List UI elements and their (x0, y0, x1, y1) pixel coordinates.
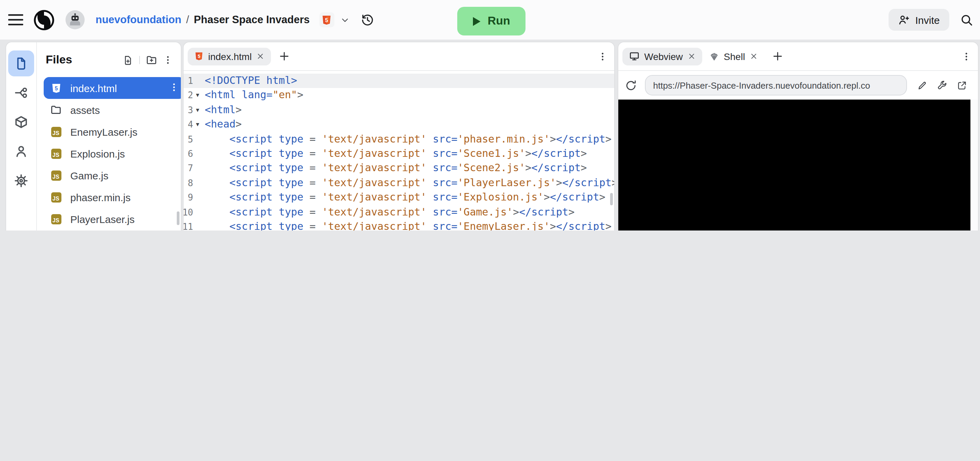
file-name: Explosion.js (70, 147, 125, 159)
folder-file-icon (51, 105, 61, 115)
js-file-icon: JS (51, 214, 61, 224)
breadcrumb-org-link[interactable]: nuevofoundation (95, 14, 181, 26)
code-line-content[interactable]: <script type = 'text/javascript' src='Pl… (205, 176, 614, 190)
run-button-label: Run (488, 14, 510, 28)
run-button[interactable]: Run (457, 7, 525, 35)
close-tab-icon[interactable] (687, 52, 695, 60)
files-header: Files (36, 42, 181, 74)
code-line-6[interactable]: 6 <script type = 'text/javascript' src='… (184, 147, 614, 161)
file-name: EnemyLaser.js (70, 126, 137, 138)
close-tab-icon[interactable] (256, 52, 264, 60)
editor-tabbar: 5index.html (184, 42, 614, 71)
code-line-content[interactable]: <script type = 'text/javascript' src='Sc… (205, 161, 587, 176)
line-number: 2 (184, 88, 193, 103)
code-line-4[interactable]: 4▼<head> (184, 117, 614, 132)
editor-pane: 5index.html 1<!DOCTYPE html>2▼<html lang… (184, 42, 614, 230)
code-line-7[interactable]: 7 <script type = 'text/javascript' src='… (184, 161, 614, 176)
rail-item-account[interactable] (8, 138, 34, 164)
close-tab-icon[interactable] (750, 52, 757, 60)
editor-scrollbar-thumb[interactable] (610, 193, 613, 205)
js-file-icon: JS (51, 170, 61, 181)
replit-logo-icon[interactable] (33, 8, 55, 31)
url-input[interactable] (646, 80, 906, 90)
file-row-PlayerLaser.js[interactable]: JSPlayerLaser.js (44, 208, 181, 230)
fold-chevron-icon[interactable]: ▼ (193, 117, 202, 132)
breadcrumb: nuevofoundation / Phaser Space Invaders (95, 14, 310, 26)
file-row-index.html[interactable]: 5index.html (44, 77, 181, 99)
file-row-EnemyLaser.js[interactable]: JSEnemyLaser.js (44, 121, 181, 143)
files-panel-title: Files (46, 53, 72, 67)
add-file-button[interactable] (123, 55, 133, 65)
file-row-Scene1.js[interactable]: JSScene1.js (44, 230, 181, 230)
file-row-Explosion.js[interactable]: JSExplosion.js (44, 143, 181, 164)
devtools-wrench-icon[interactable] (937, 80, 947, 90)
add-folder-button[interactable] (146, 55, 157, 65)
invite-button-label: Invite (915, 14, 940, 25)
url-bar (645, 75, 907, 95)
code-editor[interactable]: 1<!DOCTYPE html>2▼<html lang="en">3▼<htm… (184, 71, 614, 230)
js-file-icon: JS (51, 127, 61, 137)
webview-tab-shell[interactable]: Shell (702, 48, 764, 65)
code-line-content[interactable]: <script type = 'text/javascript' src='Ga… (205, 205, 574, 220)
search-icon[interactable] (960, 13, 973, 26)
webview-new-tab-plus-icon[interactable] (772, 51, 783, 61)
code-line-content[interactable]: <!DOCTYPE html> (205, 74, 297, 88)
code-line-3[interactable]: 3▼<html> (184, 103, 614, 118)
file-row-kebab-icon[interactable] (169, 82, 179, 92)
file-list: 5index.htmlassetsJSEnemyLaser.jsJSExplos… (44, 77, 177, 230)
code-line-content[interactable]: <html lang="en"> (205, 88, 303, 103)
editor-pane-kebab-icon[interactable] (598, 51, 608, 61)
history-icon[interactable] (361, 13, 374, 26)
webview-tabbar: WebviewShell (618, 42, 978, 71)
files-scrollbar-thumb[interactable] (177, 211, 180, 225)
code-line-5[interactable]: 5 <script type = 'text/javascript' src='… (184, 132, 614, 147)
user-avatar[interactable] (65, 10, 84, 29)
line-number: 7 (184, 161, 193, 176)
js-file-icon: JS (51, 192, 61, 202)
reload-icon[interactable] (625, 79, 637, 91)
editor-tab-index.html[interactable]: 5index.html (188, 48, 271, 65)
line-number: 1 (184, 74, 193, 88)
webview-pane-kebab-icon[interactable] (962, 51, 971, 61)
invite-button[interactable]: Invite (889, 9, 949, 31)
rail-item-files[interactable] (8, 51, 34, 76)
rail-item-packages[interactable] (8, 109, 34, 135)
code-line-2[interactable]: 2▼<html lang="en"> (184, 88, 614, 103)
code-line-content[interactable]: <script type = 'text/javascript' src='Ex… (205, 190, 605, 205)
open-in-new-tab-icon[interactable] (957, 80, 967, 90)
webview-scrollbar-gutter[interactable] (970, 100, 978, 230)
code-line-content[interactable]: <script type = 'text/javascript' src='Sc… (205, 147, 587, 161)
edit-pencil-icon[interactable] (917, 80, 928, 90)
line-number: 9 (184, 190, 193, 205)
file-row-phaser.min.js[interactable]: JSphaser.min.js (44, 186, 181, 208)
rail-item-settings[interactable] (8, 168, 34, 194)
monitor-icon (629, 51, 640, 61)
code-line-content[interactable]: <html> (205, 103, 242, 118)
project-chevron-down-icon[interactable] (340, 15, 349, 24)
webview-pane: WebviewShell (618, 42, 978, 230)
tool-rail (6, 42, 37, 230)
editor-new-tab-plus-icon[interactable] (279, 51, 290, 61)
code-line-11[interactable]: 11 <script type = 'text/javascript' src=… (184, 220, 614, 230)
file-row-Game.js[interactable]: JSGame.js (44, 164, 181, 186)
replit-workspace: nuevofoundation / Phaser Space Invaders … (0, 0, 980, 230)
breadcrumb-project-name[interactable]: Phaser Space Invaders (194, 14, 310, 26)
code-line-content[interactable]: <script type = 'text/javascript' src='En… (205, 220, 611, 230)
webview-tab-webview[interactable]: Webview (622, 48, 702, 65)
files-section: Files 5index.htmlassetsJSEnemyLaser.jsJS… (36, 42, 181, 230)
rail-item-version-control[interactable] (8, 80, 34, 106)
code-line-9[interactable]: 9 <script type = 'text/javascript' src='… (184, 190, 614, 205)
gear-icon (14, 174, 28, 187)
hamburger-menu-button[interactable] (8, 14, 23, 26)
tab-label: Webview (644, 51, 683, 62)
code-line-content[interactable]: <head> (205, 117, 242, 132)
fold-chevron-icon[interactable]: ▼ (193, 103, 202, 118)
code-line-content[interactable]: <script type = 'text/javascript' src='ph… (205, 132, 611, 147)
code-line-1[interactable]: 1<!DOCTYPE html> (184, 74, 614, 88)
code-line-8[interactable]: 8 <script type = 'text/javascript' src='… (184, 176, 614, 190)
files-menu-kebab-icon[interactable] (163, 55, 173, 65)
code-line-10[interactable]: 10 <script type = 'text/javascript' src=… (184, 205, 614, 220)
fold-chevron-icon[interactable]: ▼ (193, 88, 202, 103)
files-panel: ? Files 5index.htmlassetsJSEnemy (6, 42, 181, 230)
file-row-assets[interactable]: assets (44, 99, 181, 121)
